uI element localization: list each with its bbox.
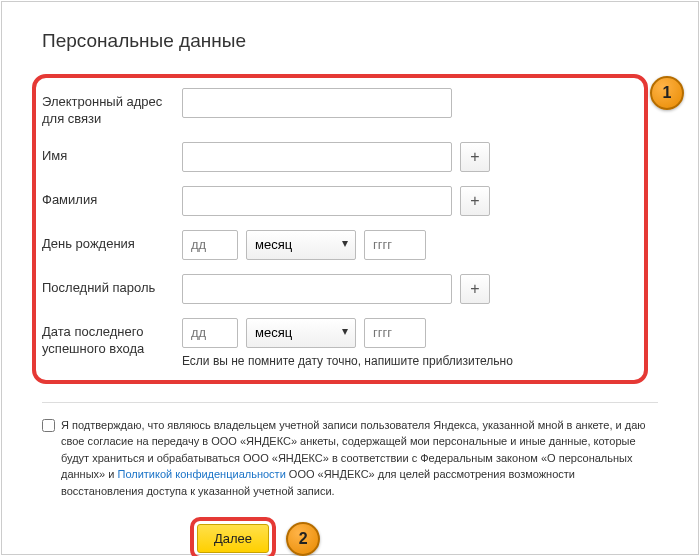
form-highlight: 1 Электронный адрес для связи Имя + Фами…	[32, 74, 648, 384]
lastpass-add-button[interactable]: +	[460, 274, 490, 304]
lastlogin-month-select[interactable]: месяц	[246, 318, 356, 348]
label-firstname: Имя	[42, 142, 182, 165]
annotation-badge-1: 1	[650, 76, 684, 110]
consent-text: Я подтверждаю, что являюсь владельцем уч…	[61, 417, 658, 500]
lastlogin-day-input[interactable]	[182, 318, 238, 348]
consent-checkbox[interactable]	[42, 419, 55, 432]
firstname-add-button[interactable]: +	[460, 142, 490, 172]
submit-highlight: Далее	[190, 517, 276, 556]
birthday-month-select[interactable]: месяц	[246, 230, 356, 260]
birthday-day-input[interactable]	[182, 230, 238, 260]
privacy-link[interactable]: Политикой конфиденциальности	[117, 468, 285, 480]
label-lastlogin: Дата последнего успешного входа	[42, 318, 182, 358]
birthday-year-input[interactable]	[364, 230, 426, 260]
firstname-input[interactable]	[182, 142, 452, 172]
annotation-badge-2: 2	[286, 522, 320, 556]
label-email: Электронный адрес для связи	[42, 88, 182, 128]
page-title: Персональные данные	[42, 30, 658, 52]
label-birthday: День рождения	[42, 230, 182, 253]
label-lastpass: Последний пароль	[42, 274, 182, 297]
submit-button[interactable]: Далее	[197, 524, 269, 553]
lastname-add-button[interactable]: +	[460, 186, 490, 216]
lastname-input[interactable]	[182, 186, 452, 216]
label-lastname: Фамилия	[42, 186, 182, 209]
date-hint: Если вы не помните дату точно, напишите …	[182, 354, 513, 368]
lastpass-input[interactable]	[182, 274, 452, 304]
email-input[interactable]	[182, 88, 452, 118]
lastlogin-year-input[interactable]	[364, 318, 426, 348]
